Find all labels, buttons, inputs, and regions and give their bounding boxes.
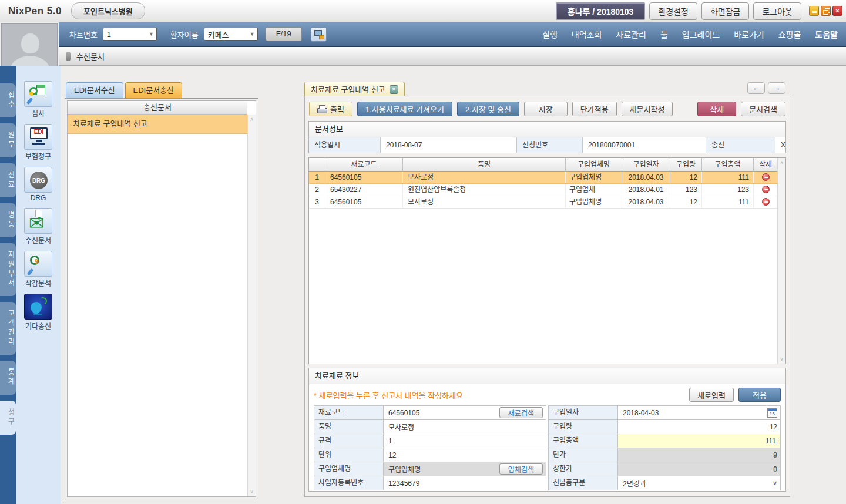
menubar-item[interactable]: 업그레이드 — [682, 28, 720, 40]
calendar-icon[interactable] — [767, 408, 777, 418]
delete-row-icon[interactable] — [762, 173, 770, 181]
delete-row-icon[interactable] — [762, 198, 770, 206]
sidebar-tab[interactable]: 접수 — [0, 83, 16, 117]
breadcrumb-label: 수신문서 — [76, 51, 105, 62]
sidebar-function-item[interactable]: 수신문서 — [24, 208, 52, 245]
menubar: 실행 내역조회 자료관리 툴 업그레이드 바로가기 쇼핑몰 도움말 — [542, 28, 838, 40]
menubar-item[interactable]: 바로가기 — [734, 28, 764, 40]
function-icon: EDI — [24, 124, 52, 150]
form-field-value[interactable]: 1 — [384, 434, 546, 448]
sidebar-tab[interactable]: 고객관리 — [0, 302, 16, 355]
edi-list-scrollbar[interactable]: ∧∨ — [247, 115, 256, 496]
form-field-label: 구입총액 — [549, 434, 618, 448]
sidebar-function-item[interactable]: 심사 — [24, 81, 52, 118]
edi-doc-tab[interactable]: EDI문서송신 — [125, 82, 183, 98]
scroll-up-icon[interactable]: ∧ — [248, 116, 256, 122]
table-row[interactable]: 1 64560105 모사로정 구입업체명 2018.04.03 12 111 — [309, 172, 777, 184]
col-header-name[interactable]: 품명 — [403, 158, 566, 172]
sidebar-tab[interactable]: 병동 — [0, 203, 16, 237]
screen-lock-button[interactable]: 화면잠금 — [701, 2, 750, 20]
document-info-title: 문서정보 — [309, 122, 785, 137]
sidebar-function-item[interactable]: 삭감분석 — [24, 251, 52, 288]
form-field-value[interactable]: 12 — [384, 448, 546, 462]
form-field-value[interactable]: 12345679 — [384, 476, 546, 490]
col-header-vendor[interactable]: 구입업체명 — [566, 158, 622, 172]
col-header-qty[interactable]: 구입량 — [670, 158, 702, 172]
menubar-item[interactable]: 내역조회 — [572, 28, 602, 40]
document-tab[interactable]: 치료재료 구입내역 신고 ✕ — [304, 82, 405, 96]
sidebar-function-item[interactable]: EDI 보험청구 — [24, 124, 52, 161]
menubar-item[interactable]: 쇼핑몰 — [778, 28, 801, 40]
menubar-item[interactable]: 툴 — [660, 28, 668, 40]
window-minimize-icon[interactable] — [809, 6, 819, 16]
form-field-value[interactable]: 2018-04-03 — [618, 406, 780, 419]
table-row[interactable]: 2 65430227 원진염산암브록솔정 구입업체 2018.04.01 123… — [309, 184, 777, 196]
fetch-materials-button[interactable]: 1.사용치료재료 가져오기 — [357, 102, 452, 116]
form-field-value[interactable]: 2년경과 ∨ — [618, 476, 780, 490]
form-field-value[interactable]: 9 — [618, 448, 780, 462]
tab-close-icon[interactable]: ✕ — [390, 85, 398, 94]
document-search-button[interactable]: 문서검색 — [741, 102, 785, 116]
form-field-value[interactable]: 모사로정 — [384, 420, 546, 434]
form-field-label: 단위 — [314, 448, 384, 462]
form-field-row: 구입일자 2018-04-03 — [548, 405, 781, 420]
form-field-value[interactable]: 0 — [618, 462, 780, 476]
form-field-value[interactable]: 111 — [618, 434, 780, 448]
form-field-row: 구입총액 111 — [548, 434, 781, 448]
sidebar-tab[interactable]: 지원부서 — [0, 243, 16, 296]
settings-button[interactable]: 환경설정 — [649, 2, 697, 20]
menubar-item[interactable]: 실행 — [542, 28, 558, 40]
table-scrollbar[interactable]: ∧∨ — [777, 158, 785, 364]
col-header-date[interactable]: 구입일자 — [622, 158, 670, 172]
sidebar-tab[interactable]: 원무 — [0, 123, 16, 157]
request-no-value[interactable]: 201808070001 — [583, 137, 706, 153]
menubar-item[interactable]: 자료관리 — [616, 28, 646, 40]
apply-button[interactable]: 적용 — [738, 388, 781, 402]
sidebar-tab[interactable]: 진료 — [0, 163, 16, 197]
patient-name-select[interactable]: 키메스▼ — [204, 28, 258, 41]
delete-row-icon[interactable] — [762, 186, 770, 193]
scroll-down-icon[interactable]: ∨ — [248, 489, 256, 495]
patient-card-icon[interactable] — [311, 27, 327, 42]
edi-list-header: 송신문서 — [68, 101, 247, 115]
nav-back-button[interactable]: ← — [747, 82, 765, 94]
dropdown-chevron-icon[interactable]: ∨ — [773, 479, 777, 487]
unit-price-apply-button[interactable]: 단가적용 — [572, 102, 617, 116]
scroll-up-icon[interactable]: ∧ — [778, 160, 785, 166]
form-field-value[interactable]: 12 — [618, 420, 780, 434]
form-field-row: 사업자등록번호 12345679 — [314, 476, 546, 490]
new-document-button[interactable]: 새문서작성 — [622, 102, 673, 116]
edi-doc-tab[interactable]: EDI문서수신 — [66, 82, 123, 98]
col-header-total[interactable]: 구입총액 — [702, 158, 754, 172]
user-session-badge: 홍나루 / 20180103 — [556, 2, 646, 20]
form-field-row: 구입량 12 — [548, 419, 781, 434]
window-restore-icon[interactable] — [821, 6, 831, 16]
window-close-icon[interactable]: × — [832, 6, 842, 16]
chart-number-select[interactable]: 1▼ — [103, 28, 157, 41]
table-row[interactable]: 3 64560105 모사로정 구입업체명 2018.04.03 12 111 — [309, 196, 777, 209]
lookup-button[interactable]: 재료검색 — [499, 407, 543, 418]
apply-date-value[interactable]: 2018-08-07 — [381, 137, 517, 153]
form-field-value[interactable]: 구입업체명 업체검색 — [384, 462, 546, 476]
menubar-item[interactable]: 도움말 — [815, 28, 838, 40]
logout-button[interactable]: 로그아웃 — [753, 2, 801, 20]
sidebar-function-item[interactable]: DRG DRG — [24, 167, 52, 202]
sidebar-tab[interactable]: 통계 — [0, 361, 16, 395]
col-header-code[interactable]: 재료코드 — [325, 158, 403, 172]
col-header-delete[interactable]: 삭제 — [754, 158, 777, 172]
save-and-send-button[interactable]: 2.저장 및 송신 — [457, 102, 519, 116]
edi-document-list-item[interactable]: 치료재료 구입내역 신고 — [68, 115, 247, 134]
function-icon-label: 수신문서 — [24, 235, 52, 245]
fkey-button[interactable]: F/19 — [266, 27, 302, 41]
delete-button[interactable]: 삭제 — [697, 102, 736, 116]
sidebar-tab[interactable]: 청구 — [0, 401, 16, 435]
lookup-button[interactable]: 업체검색 — [499, 463, 543, 475]
chart-number-label: 차트번호 — [69, 29, 98, 40]
sidebar-function-item[interactable]: 기타송신 — [24, 294, 52, 331]
nav-forward-button[interactable]: → — [768, 82, 785, 94]
new-entry-button[interactable]: 새로입력 — [689, 388, 734, 402]
save-button[interactable]: 저장 — [524, 102, 568, 116]
print-button[interactable]: 출력 — [309, 102, 352, 116]
scroll-down-icon[interactable]: ∨ — [778, 356, 785, 362]
form-field-value[interactable]: 64560105 재료검색 — [384, 406, 546, 419]
